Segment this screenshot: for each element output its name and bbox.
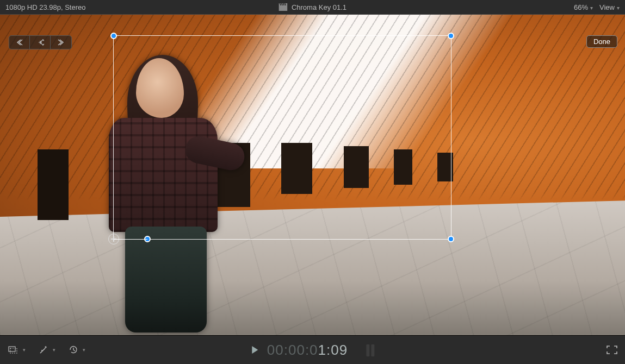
chevron-down-icon: ▾ <box>83 347 85 353</box>
timecode-leading: 00:00:0 <box>267 342 318 358</box>
prev-keyframe-button[interactable] <box>9 36 30 49</box>
timecode-active: 1:09 <box>318 342 348 358</box>
crop-tool-icon <box>8 346 18 354</box>
enhance-menu[interactable]: ▾ <box>39 345 55 355</box>
transform-handle-br[interactable] <box>448 236 454 242</box>
transform-handle-bl[interactable] <box>144 236 151 242</box>
zoom-level: 66% <box>574 3 588 11</box>
viewer-bottom-bar: ▾ ▾ ▾ 00:00:01:09 <box>0 336 625 364</box>
svg-rect-5 <box>10 348 17 353</box>
foreground-subject <box>87 58 245 332</box>
add-keyframe-button[interactable] <box>30 36 51 49</box>
chevron-down-icon: ▾ <box>53 347 55 353</box>
transform-crop-menu[interactable]: ▾ <box>8 346 26 354</box>
chevron-down-icon: ▾ <box>617 5 620 11</box>
enhance-tool-icon <box>39 345 48 355</box>
svg-rect-0 <box>279 5 287 11</box>
keyframe-nav-group <box>9 35 72 49</box>
timecode-display[interactable]: 00:00:01:09 <box>267 342 348 359</box>
clip-title-group: Chroma Key 01.1 <box>279 3 346 11</box>
audio-meter <box>366 343 374 356</box>
retime-menu[interactable]: ▾ <box>69 345 85 355</box>
tool-group: ▾ ▾ ▾ <box>8 345 85 355</box>
view-menu[interactable]: View▾ <box>599 3 620 11</box>
transform-handle-tr[interactable] <box>448 33 454 39</box>
svg-rect-4 <box>9 347 15 352</box>
chevron-down-icon: ▾ <box>590 5 593 11</box>
transform-anchor-point[interactable] <box>108 234 119 244</box>
next-keyframe-button[interactable] <box>51 36 71 49</box>
view-label: View <box>599 3 615 11</box>
transform-handle-tl[interactable] <box>110 33 117 39</box>
playback-controls: 00:00:01:09 <box>251 342 374 359</box>
done-button[interactable]: Done <box>586 35 617 48</box>
fullscreen-button[interactable] <box>607 346 617 354</box>
play-button[interactable] <box>251 346 258 354</box>
format-info: 1080p HD 23.98p, Stereo <box>5 3 85 11</box>
retime-tool-icon <box>69 345 78 355</box>
chevron-down-icon: ▾ <box>23 347 26 353</box>
clapperboard-icon <box>279 3 287 11</box>
viewer-canvas[interactable]: Done <box>0 14 625 336</box>
zoom-menu[interactable]: 66%▾ <box>574 3 593 11</box>
viewer-top-bar: 1080p HD 23.98p, Stereo Chroma Key 01.1 … <box>0 0 625 14</box>
clip-name: Chroma Key 01.1 <box>292 3 346 11</box>
